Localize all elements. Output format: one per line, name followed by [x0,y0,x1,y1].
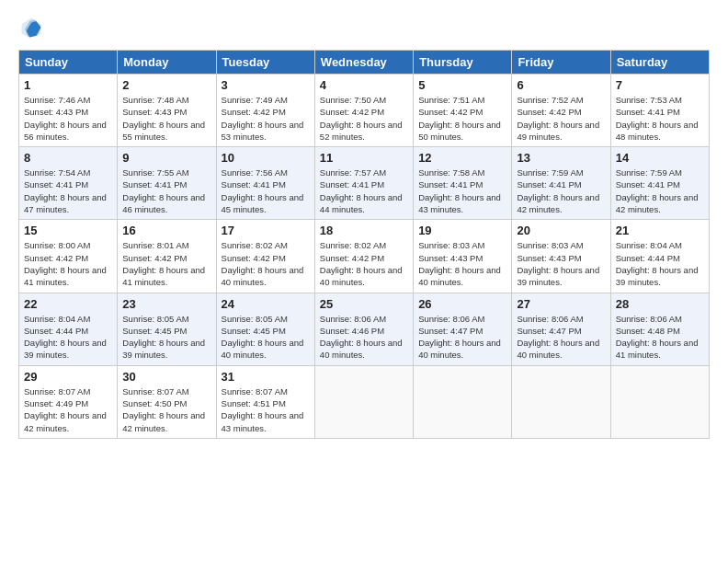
day-number: 20 [517,224,605,237]
day-number: 12 [418,151,506,165]
day-number: 17 [222,224,310,237]
day-number: 25 [320,297,408,311]
calendar-week-row: 1Sunrise: 7:46 AMSunset: 4:43 PMDaylight… [19,75,710,147]
calendar-cell: 27Sunrise: 8:06 AMSunset: 4:47 PMDayligh… [512,293,610,365]
day-number: 30 [122,370,210,384]
cell-details: Sunrise: 7:56 AMSunset: 4:41 PMDaylight:… [222,167,304,214]
cell-details: Sunrise: 7:58 AMSunset: 4:41 PMDaylight:… [418,167,501,214]
cell-details: Sunrise: 8:00 AMSunset: 4:42 PMDaylight:… [24,240,107,287]
cell-details: Sunrise: 7:48 AMSunset: 4:43 PMDaylight:… [122,95,205,142]
calendar-cell: 22Sunrise: 8:04 AMSunset: 4:44 PMDayligh… [19,293,118,365]
calendar-week-row: 29Sunrise: 8:07 AMSunset: 4:49 PMDayligh… [19,365,710,438]
calendar-cell [610,365,709,438]
logo-icon [18,15,44,40]
cell-details: Sunrise: 7:59 AMSunset: 4:41 PMDaylight:… [616,167,699,214]
calendar-cell [414,365,512,438]
calendar-cell: 31Sunrise: 8:07 AMSunset: 4:51 PMDayligh… [216,365,314,438]
cell-details: Sunrise: 8:03 AMSunset: 4:43 PMDaylight:… [517,240,599,287]
column-header-sunday: Sunday [19,51,118,75]
column-header-saturday: Saturday [610,51,709,75]
calendar-header-row: SundayMondayTuesdayWednesdayThursdayFrid… [19,51,710,75]
day-number: 29 [24,370,112,384]
day-number: 6 [517,78,605,92]
calendar-cell: 2Sunrise: 7:48 AMSunset: 4:43 PMDaylight… [118,75,216,147]
page: SundayMondayTuesdayWednesdayThursdayFrid… [0,0,728,563]
calendar-cell: 24Sunrise: 8:05 AMSunset: 4:45 PMDayligh… [216,293,314,365]
calendar-cell [512,365,610,438]
calendar-cell: 21Sunrise: 8:04 AMSunset: 4:44 PMDayligh… [610,220,709,293]
day-number: 26 [418,297,506,311]
cell-details: Sunrise: 7:53 AMSunset: 4:41 PMDaylight:… [616,95,699,142]
day-number: 22 [24,297,112,311]
calendar-week-row: 8Sunrise: 7:54 AMSunset: 4:41 PMDaylight… [19,147,710,220]
cell-details: Sunrise: 7:51 AMSunset: 4:42 PMDaylight:… [418,95,501,142]
cell-details: Sunrise: 8:07 AMSunset: 4:50 PMDaylight:… [122,386,205,433]
day-number: 3 [222,78,310,92]
day-number: 8 [24,151,112,165]
calendar-cell: 4Sunrise: 7:50 AMSunset: 4:42 PMDaylight… [314,75,413,147]
calendar-cell: 30Sunrise: 8:07 AMSunset: 4:50 PMDayligh… [118,365,216,438]
day-number: 27 [517,297,605,311]
calendar-cell: 25Sunrise: 8:06 AMSunset: 4:46 PMDayligh… [314,293,413,365]
cell-details: Sunrise: 7:46 AMSunset: 4:43 PMDaylight:… [24,95,107,142]
cell-details: Sunrise: 8:07 AMSunset: 4:49 PMDaylight:… [24,386,107,433]
column-header-wednesday: Wednesday [314,51,413,75]
cell-details: Sunrise: 8:02 AMSunset: 4:42 PMDaylight:… [222,240,304,287]
day-number: 9 [122,151,210,165]
day-number: 1 [24,78,112,92]
cell-details: Sunrise: 8:02 AMSunset: 4:42 PMDaylight:… [320,240,403,287]
day-number: 24 [222,297,310,311]
cell-details: Sunrise: 7:49 AMSunset: 4:42 PMDaylight:… [222,95,304,142]
cell-details: Sunrise: 7:57 AMSunset: 4:41 PMDaylight:… [320,167,403,214]
header [18,15,710,40]
day-number: 13 [517,151,605,165]
calendar-cell: 11Sunrise: 7:57 AMSunset: 4:41 PMDayligh… [314,147,413,220]
cell-details: Sunrise: 8:01 AMSunset: 4:42 PMDaylight:… [122,240,205,287]
calendar-cell: 19Sunrise: 8:03 AMSunset: 4:43 PMDayligh… [414,220,512,293]
day-number: 11 [320,151,408,165]
calendar-week-row: 22Sunrise: 8:04 AMSunset: 4:44 PMDayligh… [19,293,710,365]
day-number: 4 [320,78,408,92]
calendar-cell: 26Sunrise: 8:06 AMSunset: 4:47 PMDayligh… [414,293,512,365]
day-number: 10 [222,151,310,165]
calendar-week-row: 15Sunrise: 8:00 AMSunset: 4:42 PMDayligh… [19,220,710,293]
day-number: 19 [418,224,506,237]
day-number: 2 [122,78,210,92]
calendar-cell: 5Sunrise: 7:51 AMSunset: 4:42 PMDaylight… [414,75,512,147]
calendar-cell: 10Sunrise: 7:56 AMSunset: 4:41 PMDayligh… [216,147,314,220]
calendar-cell: 20Sunrise: 8:03 AMSunset: 4:43 PMDayligh… [512,220,610,293]
calendar-cell: 13Sunrise: 7:59 AMSunset: 4:41 PMDayligh… [512,147,610,220]
logo [18,15,48,40]
cell-details: Sunrise: 7:59 AMSunset: 4:41 PMDaylight:… [517,167,599,214]
calendar-cell: 14Sunrise: 7:59 AMSunset: 4:41 PMDayligh… [610,147,709,220]
cell-details: Sunrise: 8:06 AMSunset: 4:46 PMDaylight:… [320,314,403,361]
cell-details: Sunrise: 8:04 AMSunset: 4:44 PMDaylight:… [24,314,107,361]
calendar-cell [314,365,413,438]
calendar-table: SundayMondayTuesdayWednesdayThursdayFrid… [18,50,710,439]
cell-details: Sunrise: 8:07 AMSunset: 4:51 PMDaylight:… [222,386,304,433]
cell-details: Sunrise: 7:54 AMSunset: 4:41 PMDaylight:… [24,167,107,214]
cell-details: Sunrise: 8:04 AMSunset: 4:44 PMDaylight:… [616,240,699,287]
calendar-cell: 9Sunrise: 7:55 AMSunset: 4:41 PMDaylight… [118,147,216,220]
calendar-cell: 3Sunrise: 7:49 AMSunset: 4:42 PMDaylight… [216,75,314,147]
day-number: 31 [222,370,310,384]
day-number: 28 [616,297,704,311]
day-number: 18 [320,224,408,237]
cell-details: Sunrise: 8:05 AMSunset: 4:45 PMDaylight:… [222,314,304,361]
day-number: 21 [616,224,704,237]
cell-details: Sunrise: 8:06 AMSunset: 4:47 PMDaylight:… [517,314,599,361]
day-number: 5 [418,78,506,92]
calendar-cell: 1Sunrise: 7:46 AMSunset: 4:43 PMDaylight… [19,75,118,147]
cell-details: Sunrise: 8:06 AMSunset: 4:47 PMDaylight:… [418,314,501,361]
calendar-cell: 23Sunrise: 8:05 AMSunset: 4:45 PMDayligh… [118,293,216,365]
calendar-cell: 6Sunrise: 7:52 AMSunset: 4:42 PMDaylight… [512,75,610,147]
cell-details: Sunrise: 7:52 AMSunset: 4:42 PMDaylight:… [517,95,599,142]
column-header-tuesday: Tuesday [216,51,314,75]
cell-details: Sunrise: 7:55 AMSunset: 4:41 PMDaylight:… [122,167,205,214]
day-number: 15 [24,224,112,237]
calendar-cell: 18Sunrise: 8:02 AMSunset: 4:42 PMDayligh… [314,220,413,293]
column-header-monday: Monday [118,51,216,75]
day-number: 14 [616,151,704,165]
day-number: 7 [616,78,704,92]
calendar-cell: 16Sunrise: 8:01 AMSunset: 4:42 PMDayligh… [118,220,216,293]
